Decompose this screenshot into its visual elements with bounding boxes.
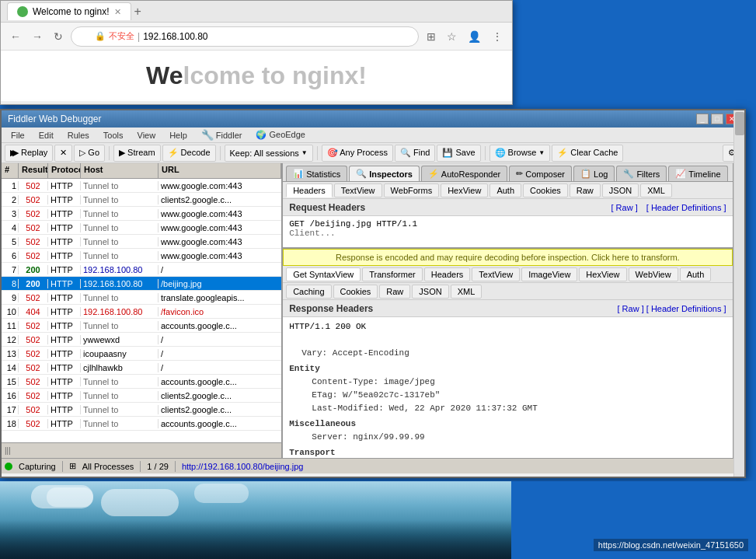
table-row[interactable]: 5502HTTPTunnel towww.google.com:443: [2, 235, 281, 249]
tab-autoresponder[interactable]: ⚡ AutoResponder: [421, 166, 507, 181]
table-row[interactable]: 4502HTTPTunnel towww.google.com:443: [2, 221, 281, 235]
resp-tab-xml[interactable]: XML: [451, 285, 483, 299]
req-tab-webforms[interactable]: WebForms: [384, 183, 440, 197]
resp-tab-json[interactable]: JSON: [412, 285, 448, 299]
request-definitions-link[interactable]: [ Header Definitions ]: [646, 203, 726, 212]
table-row[interactable]: 1502HTTPTunnel towww.google.com:443: [2, 179, 281, 193]
stream-button[interactable]: ▶ Stream: [113, 145, 161, 162]
table-row[interactable]: 11502HTTPTunnel toaccounts.google.c...: [2, 319, 281, 333]
tab-composer[interactable]: ✏ Composer: [509, 166, 572, 181]
menu-view[interactable]: View: [131, 129, 162, 141]
fiddler-main: # Result Protocol Host URL 1502HTTPTunne…: [2, 163, 744, 458]
resp-transport-title: Transport: [289, 446, 726, 458]
resp-tab-auth[interactable]: Auth: [680, 267, 712, 281]
resp-tab-headers[interactable]: Headers: [424, 267, 471, 281]
req-tab-headers[interactable]: Headers: [286, 183, 333, 197]
save-button[interactable]: 💾 Save: [437, 145, 480, 162]
translate-button[interactable]: ⊞: [423, 29, 439, 44]
sep3: [317, 146, 318, 160]
autoresponder-icon: ⚡: [428, 169, 439, 179]
decode-button[interactable]: ⚡ Decode: [162, 145, 216, 162]
response-definitions-link[interactable]: [ Header Definitions ]: [646, 304, 726, 313]
resp-tab-imageview[interactable]: ImageView: [521, 267, 577, 281]
warning-bar[interactable]: Response is encoded and may require deco…: [283, 249, 732, 266]
table-row[interactable]: 14502HTTPcjlhlhawkb/: [2, 361, 281, 375]
menu-button[interactable]: ⋮: [489, 29, 506, 44]
req-tab-textview[interactable]: TextView: [334, 183, 382, 197]
resp-tab-syntaxview[interactable]: Get SyntaxView: [286, 267, 361, 281]
menu-help[interactable]: Help: [163, 129, 193, 141]
tab-timeline[interactable]: 📈 Timeline: [668, 166, 727, 181]
request-header-bar: Request Headers [ Raw ] [ Header Definit…: [283, 199, 732, 216]
table-row[interactable]: 3502HTTPTunnel towww.google.com:443: [2, 207, 281, 221]
menu-file[interactable]: File: [5, 129, 31, 141]
browser-tab[interactable]: Welcome to nginx! ✕: [7, 2, 131, 20]
req-tab-json[interactable]: JSON: [602, 183, 639, 197]
resp-tab-hexview[interactable]: HexView: [579, 267, 626, 281]
new-tab-button[interactable]: +: [134, 5, 141, 19]
table-row[interactable]: 2502HTTPTunnel toclients2.google.c...: [2, 193, 281, 207]
req-tab-auth[interactable]: Auth: [489, 183, 521, 197]
resp-tab-transformer[interactable]: Transformer: [362, 267, 423, 281]
status-sep3: [175, 461, 176, 472]
table-row[interactable]: 13502HTTPicoupaasny/: [2, 347, 281, 361]
table-row[interactable]: 12502HTTPywwewxd/: [2, 333, 281, 347]
clear-cache-button[interactable]: ⚡ Clear Cache: [552, 145, 623, 162]
bookmark-button[interactable]: ☆: [444, 29, 460, 44]
table-row[interactable]: 18502HTTPTunnel toaccounts.google.c...: [2, 417, 281, 431]
table-row[interactable]: 16502HTTPTunnel toclients2.google.c...: [2, 389, 281, 403]
table-row[interactable]: 9502HTTPTunnel totranslate.googleapis...: [2, 291, 281, 305]
menu-tools[interactable]: Tools: [97, 129, 130, 141]
composer-icon: ✏: [516, 169, 523, 179]
menu-rules[interactable]: Rules: [61, 129, 96, 141]
table-row[interactable]: 6502HTTPTunnel towww.google.com:443: [2, 249, 281, 263]
req-tab-cookies[interactable]: Cookies: [523, 183, 568, 197]
sep1: [109, 146, 110, 160]
response-raw-link[interactable]: [ Raw ]: [618, 304, 644, 313]
resp-tab-caching[interactable]: Caching: [286, 285, 331, 299]
forward-button[interactable]: →: [29, 29, 46, 44]
req-tab-raw[interactable]: Raw: [570, 183, 601, 197]
replay-button[interactable]: ▶ ▶ Replay: [5, 145, 53, 162]
log-label: Log: [594, 169, 608, 179]
table-row-selected[interactable]: 8200HTTP192.168.100.80/beijing.jpg: [2, 277, 281, 291]
sessions-header: # Result Protocol Host URL: [2, 163, 281, 179]
menu-geoedge[interactable]: 🌍 GeoEdge: [249, 128, 312, 141]
maximize-button[interactable]: □: [711, 114, 723, 124]
go-button[interactable]: ▷ Go: [74, 145, 105, 162]
table-row[interactable]: 17502HTTPTunnel toclients2.google.c...: [2, 403, 281, 417]
x-button[interactable]: ✕: [54, 145, 72, 162]
browse-button[interactable]: 🌐 Browse ▼: [489, 145, 551, 162]
find-button[interactable]: 🔍 Find: [395, 145, 435, 162]
refresh-button[interactable]: ↻: [51, 29, 66, 44]
user-button[interactable]: 👤: [465, 29, 484, 44]
tab-filters[interactable]: 🔧 Filters: [616, 166, 667, 181]
req-tab-xml[interactable]: XML: [640, 183, 672, 197]
tab-log[interactable]: 📋 Log: [573, 166, 615, 181]
table-row[interactable]: 7200HTTP192.168.100.80/: [2, 263, 281, 277]
tab-inspectors[interactable]: 🔍 Inspectors: [349, 166, 420, 181]
minimize-button[interactable]: _: [696, 114, 709, 124]
request-raw-link[interactable]: [ Raw ]: [611, 203, 638, 212]
resp-tab-cookies[interactable]: Cookies: [333, 285, 378, 299]
keep-sessions-button[interactable]: Keep: All sessions ▼: [225, 145, 313, 162]
tab-statistics[interactable]: 📊 Statistics: [286, 166, 347, 181]
menu-fiddler[interactable]: 🔧 Fiddler: [195, 128, 249, 142]
back-button[interactable]: ←: [7, 29, 24, 44]
watermark-text: https://blog.csdn.net/weixin_47151650: [598, 540, 744, 550]
resp-server: Server: nginx/99.99.99: [301, 431, 726, 443]
any-process-button[interactable]: 🎯 Any Process: [322, 145, 393, 162]
resp-tab-raw[interactable]: Raw: [379, 285, 410, 299]
table-row[interactable]: 15502HTTPTunnel toaccounts.google.c...: [2, 375, 281, 389]
response-header-links: [ Raw ] [ Header Definitions ]: [618, 304, 726, 313]
filters-label: Filters: [636, 169, 660, 179]
resp-tab-textview[interactable]: TextView: [472, 267, 520, 281]
tab-close-btn[interactable]: ✕: [114, 7, 121, 17]
resp-tab-webview[interactable]: WebView: [629, 267, 678, 281]
address-bar[interactable]: 🔒 不安全 | 192.168.100.80: [71, 26, 419, 47]
resp-misc-title: Miscellaneous: [289, 418, 726, 430]
menu-edit[interactable]: Edit: [33, 129, 60, 141]
col-num: #: [2, 163, 19, 178]
table-row[interactable]: 10404HTTP192.168.100.80/favicon.ico: [2, 305, 281, 319]
req-tab-hexview[interactable]: HexView: [441, 183, 488, 197]
